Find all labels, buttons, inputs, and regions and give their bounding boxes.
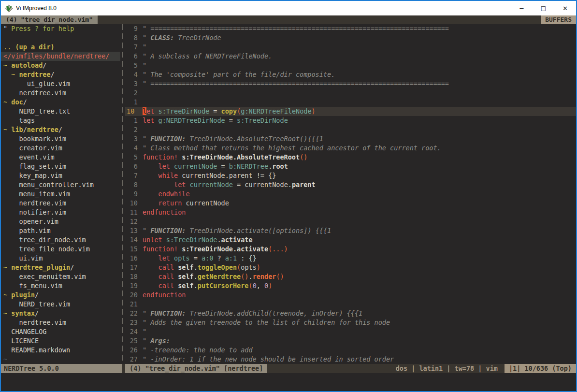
- code-line[interactable]: 17 call self.toggleOpen(opts): [125, 263, 576, 272]
- code-line[interactable]: 12: [125, 217, 576, 226]
- code-line[interactable]: 9 endwhile: [125, 189, 576, 199]
- command-line[interactable]: [1, 373, 576, 391]
- tree-item[interactable]: README.markdown: [1, 346, 120, 355]
- code-line[interactable]: 4" Class method that returns the highest…: [125, 144, 576, 153]
- code-token: ~: [11, 71, 19, 78]
- code-line[interactable]: 16 let opts = a:0 ? a:1 : {}: [125, 254, 576, 263]
- tree-item[interactable]: nerdtree.vim: [1, 88, 120, 98]
- window-separator[interactable]: [120, 24, 125, 364]
- code-line[interactable]: 21: [125, 300, 576, 309]
- tree-item[interactable]: tree_dir_node.vim: [1, 235, 120, 245]
- code-line[interactable]: 24": [125, 327, 576, 336]
- tree-item[interactable]: " Press ? for help: [1, 24, 120, 33]
- code-line[interactable]: 2: [125, 125, 576, 134]
- code-line[interactable]: 1: [125, 98, 576, 107]
- tree-item[interactable]: key_map.vim: [1, 171, 120, 180]
- tree-item[interactable]: ~ nerdtree/: [1, 70, 120, 79]
- tree-item[interactable]: ~: [1, 355, 120, 364]
- code-token: /: [51, 71, 55, 78]
- code-token: return: [159, 199, 182, 207]
- line-number: 1: [125, 98, 143, 107]
- code-line[interactable]: 15function! s:TreeDirNode.activate(...): [125, 245, 576, 254]
- code-line[interactable]: 3" FUNCTION: TreeDirNode.AbsoluteTreeRoo…: [125, 134, 576, 144]
- tree-item[interactable]: notifier.vim: [1, 208, 120, 217]
- tree-item[interactable]: menu_controller.vim: [1, 180, 120, 189]
- tree-item[interactable]: path.vim: [1, 226, 120, 235]
- code-line[interactable]: 9" =====================================…: [125, 24, 576, 33]
- code-line[interactable]: 26" -treenode: the node to add: [125, 346, 576, 355]
- line-number: 8: [125, 180, 143, 189]
- line-number: 3: [125, 134, 143, 144]
- code-line[interactable]: 6 let currentNode = b:NERDTree.root: [125, 162, 576, 171]
- tree-item[interactable]: tags: [1, 116, 120, 125]
- tree-item[interactable]: ui_glue.vim: [1, 79, 120, 88]
- close-button[interactable]: ✕: [554, 1, 576, 15]
- code-line[interactable]: 23" Adds the given treenode to the list …: [125, 318, 576, 327]
- tree-item[interactable]: opener.vim: [1, 217, 120, 226]
- code-line[interactable]: 19 call self.putCursorHere(0, 0): [125, 281, 576, 290]
- tree-item[interactable]: menu_item.vim: [1, 189, 120, 199]
- tree-item[interactable]: NERD_tree.vim: [1, 300, 120, 309]
- window-title: Vi IMproved 8.0: [16, 5, 511, 12]
- tree-item[interactable]: ui.vim: [1, 254, 120, 263]
- tree-item[interactable]: CHANGELOG: [1, 327, 120, 336]
- buffers-label[interactable]: BUFFERS: [541, 15, 576, 24]
- code-line[interactable]: 6" A subclass of NERDTreeFileNode.: [125, 52, 576, 61]
- code-token: et: [146, 107, 154, 115]
- code-token: endfunction: [143, 208, 186, 216]
- code-line[interactable]: 18 call self.getNerdtree().render(): [125, 272, 576, 281]
- code-line[interactable]: 10 return currentNode: [125, 199, 576, 208]
- tree-item[interactable]: creator.vim: [1, 144, 120, 153]
- code-line[interactable]: 25" Args:: [125, 336, 576, 346]
- code-token: ": [143, 309, 150, 317]
- code-line[interactable]: 22" FUNCTION: TreeDirNode.addChild(treen…: [125, 309, 576, 318]
- tree-item[interactable]: nerdtree.vim: [1, 318, 120, 327]
- code-line[interactable]: 5": [125, 61, 576, 70]
- code-line[interactable]: 5function! s:TreeDirNode.AbsoluteTreeRoo…: [125, 153, 576, 162]
- code-token: while: [159, 172, 178, 179]
- code-line[interactable]: 13" FUNCTION: TreeDirNode.activate([opti…: [125, 226, 576, 235]
- code-token: Args:: [150, 337, 170, 345]
- tree-item[interactable]: ~ doc/: [1, 98, 120, 107]
- code-line[interactable]: 10let s:TreeDirNode = copy(g:NERDTreeFil…: [125, 107, 576, 116]
- code-line[interactable]: 7": [125, 43, 576, 52]
- tree-item[interactable]: LICENCE: [1, 336, 120, 346]
- tree-item[interactable]: bookmark.vim: [1, 134, 120, 144]
- vim-logo-icon: [5, 4, 13, 13]
- code-content: [143, 98, 576, 107]
- nerdtree-lines: " Press ? for help.. (up a dir)</vimfile…: [1, 24, 120, 364]
- code-token: g:NERDTreeDirNode: [159, 116, 225, 124]
- tree-item[interactable]: .. (up a dir): [1, 43, 120, 52]
- code-line[interactable]: 7 while currentNode.parent != {}: [125, 171, 576, 180]
- tree-item[interactable]: fs_menu.vim: [1, 281, 120, 290]
- tree-item[interactable]: exec_menuitem.vim: [1, 272, 120, 281]
- tree-item[interactable]: ~ syntax/: [1, 309, 120, 318]
- code-line[interactable]: 2: [125, 88, 576, 98]
- code-line[interactable]: 8" CLASS: TreeDirNode: [125, 33, 576, 43]
- code-line[interactable]: 14unlet s:TreeDirNode.activate: [125, 235, 576, 245]
- code-token: (): [276, 273, 284, 280]
- minimize-button[interactable]: ─: [511, 1, 533, 15]
- tree-item[interactable]: </vimfiles/bundle/nerdtree/: [1, 52, 120, 61]
- code-token: : {}: [237, 254, 257, 262]
- tree-item[interactable]: NERD_tree.txt: [1, 107, 120, 116]
- code-line[interactable]: 27" -inOrder: 1 if the new node should b…: [125, 355, 576, 364]
- code-line[interactable]: 8 let currentNode = currentNode.parent: [125, 180, 576, 189]
- tree-item[interactable]: ~ autoload/: [1, 61, 120, 70]
- tree-item[interactable]: ~ plugin/: [1, 290, 120, 300]
- tree-item[interactable]: event.vim: [1, 153, 120, 162]
- tree-item[interactable]: nerdtree.vim: [1, 199, 120, 208]
- tab-active[interactable]: (4) "tree_dir_node.vim": [1, 15, 98, 24]
- maximize-button[interactable]: □: [533, 1, 554, 15]
- line-number: 14: [125, 235, 143, 245]
- tree-item[interactable]: flag_set.vim: [1, 162, 120, 171]
- tree-item[interactable]: tree_file_node.vim: [1, 245, 120, 254]
- tree-blank-line[interactable]: [1, 33, 120, 43]
- code-line[interactable]: 1let g:NERDTreeDirNode = s:TreeDirNode: [125, 116, 576, 125]
- code-line[interactable]: 4" The 'composite' part of the file/dir …: [125, 70, 576, 79]
- code-line[interactable]: 11endfunction: [125, 208, 576, 217]
- tree-item[interactable]: ~ lib/nerdtree/: [1, 125, 120, 134]
- code-line[interactable]: 3" =====================================…: [125, 79, 576, 88]
- tree-item[interactable]: ~ nerdtree_plugin/: [1, 263, 120, 272]
- code-line[interactable]: 20endfunction: [125, 290, 576, 300]
